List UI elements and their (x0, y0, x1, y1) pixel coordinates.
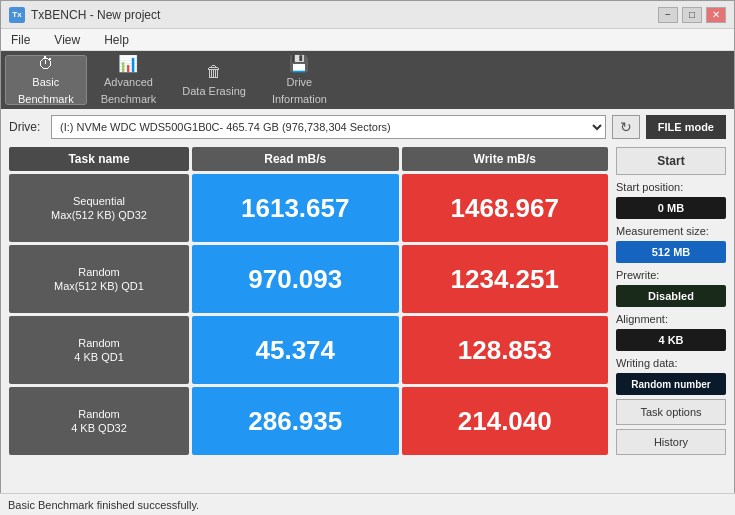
header-read: Read mB/s (192, 147, 399, 171)
alignment-label: Alignment: (616, 313, 726, 325)
status-bar: Basic Benchmark finished successfully. (0, 493, 735, 515)
menu-file[interactable]: File (5, 31, 36, 49)
start-position-label: Start position: (616, 181, 726, 193)
bench-row-2: Random4 KB QD1 45.374 128.853 (9, 316, 608, 384)
title-bar-left: Tx TxBENCH - New project (9, 7, 160, 23)
app-icon: Tx (9, 7, 25, 23)
history-button[interactable]: History (616, 429, 726, 455)
prewrite-label: Prewrite: (616, 269, 726, 281)
data-erasing-icon: 🗑 (206, 62, 222, 81)
task-random-512: RandomMax(512 KB) QD1 (9, 245, 189, 313)
advanced-benchmark-icon: 📊 (118, 54, 138, 73)
toolbar-drive-information[interactable]: 💾 Drive Information (260, 55, 339, 105)
header-task: Task name (9, 147, 189, 171)
read-sequential: 1613.657 (192, 174, 399, 242)
measurement-size-label: Measurement size: (616, 225, 726, 237)
read-random-4k-qd32: 286.935 (192, 387, 399, 455)
drive-label: Drive: (9, 120, 45, 134)
toolbar-advanced-line1: Advanced (104, 76, 153, 89)
start-button[interactable]: Start (616, 147, 726, 175)
write-random-512: 1234.251 (402, 245, 609, 313)
refresh-button[interactable]: ↻ (612, 115, 640, 139)
status-text: Basic Benchmark finished successfully. (8, 499, 199, 511)
toolbar-advanced-line2: Benchmark (101, 93, 157, 106)
drive-select[interactable]: (I:) NVMe WDC WDS500G1B0C- 465.74 GB (97… (51, 115, 606, 139)
task-sequential: SequentialMax(512 KB) QD32 (9, 174, 189, 242)
write-random-4k-qd1: 128.853 (402, 316, 609, 384)
write-random-4k-qd32: 214.040 (402, 387, 609, 455)
basic-benchmark-icon: ⏱ (38, 54, 54, 73)
menu-bar: File View Help (1, 29, 734, 51)
title-bar: Tx TxBENCH - New project − □ ✕ (1, 1, 734, 29)
toolbar-basic-line1: Basic (32, 76, 59, 89)
main-area: Task name Read mB/s Write mB/s Sequentia… (9, 147, 726, 507)
bench-row-1: RandomMax(512 KB) QD1 970.093 1234.251 (9, 245, 608, 313)
read-random-4k-qd1: 45.374 (192, 316, 399, 384)
measurement-size-value: 512 MB (616, 241, 726, 263)
table-header: Task name Read mB/s Write mB/s (9, 147, 608, 171)
benchmark-table: Task name Read mB/s Write mB/s Sequentia… (9, 147, 608, 507)
maximize-button[interactable]: □ (682, 7, 702, 23)
right-panel: Start Start position: 0 MB Measurement s… (616, 147, 726, 507)
drive-information-icon: 💾 (289, 54, 309, 73)
bench-row-0: SequentialMax(512 KB) QD32 1613.657 1468… (9, 174, 608, 242)
toolbar-drive-line1: Drive (287, 76, 313, 89)
task-options-button[interactable]: Task options (616, 399, 726, 425)
toolbar-data-erasing[interactable]: 🗑 Data Erasing (170, 55, 258, 105)
write-sequential: 1468.967 (402, 174, 609, 242)
read-random-512: 970.093 (192, 245, 399, 313)
menu-help[interactable]: Help (98, 31, 135, 49)
bench-row-3: Random4 KB QD32 286.935 214.040 (9, 387, 608, 455)
toolbar-erasing-line1: Data Erasing (182, 85, 246, 98)
title-bar-controls: − □ ✕ (658, 7, 726, 23)
writing-data-value: Random number (616, 373, 726, 395)
close-button[interactable]: ✕ (706, 7, 726, 23)
alignment-value: 4 KB (616, 329, 726, 351)
start-position-value: 0 MB (616, 197, 726, 219)
writing-data-label: Writing data: (616, 357, 726, 369)
file-mode-button[interactable]: FILE mode (646, 115, 726, 139)
toolbar-advanced-benchmark[interactable]: 📊 Advanced Benchmark (89, 55, 169, 105)
toolbar-drive-line2: Information (272, 93, 327, 106)
task-random-4k-qd32: Random4 KB QD32 (9, 387, 189, 455)
menu-view[interactable]: View (48, 31, 86, 49)
window-title: TxBENCH - New project (31, 8, 160, 22)
content-area: Drive: (I:) NVMe WDC WDS500G1B0C- 465.74… (1, 109, 734, 494)
task-random-4k-qd1: Random4 KB QD1 (9, 316, 189, 384)
toolbar-basic-line2: Benchmark (18, 93, 74, 106)
prewrite-value: Disabled (616, 285, 726, 307)
drive-row: Drive: (I:) NVMe WDC WDS500G1B0C- 465.74… (9, 115, 726, 139)
toolbar: ⏱ Basic Benchmark 📊 Advanced Benchmark 🗑… (1, 51, 734, 109)
minimize-button[interactable]: − (658, 7, 678, 23)
header-write: Write mB/s (402, 147, 609, 171)
toolbar-basic-benchmark[interactable]: ⏱ Basic Benchmark (5, 55, 87, 105)
